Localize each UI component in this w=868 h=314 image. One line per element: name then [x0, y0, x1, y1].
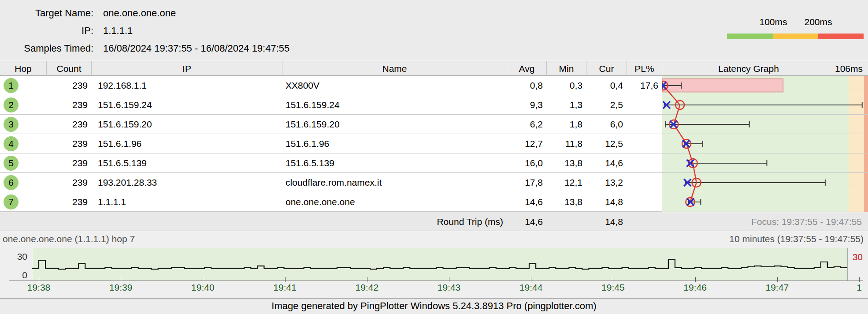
target-ip-row: IP: 1.1.1.1: [0, 22, 289, 40]
cur-cell: 12,5: [586, 134, 627, 153]
column-header-cur[interactable]: Cur: [586, 61, 627, 76]
legend-100ms-label: 100ms: [759, 17, 787, 27]
pl-cell: 17,6: [627, 76, 662, 95]
name-cell: one.one.one.one: [282, 192, 507, 211]
round-trip-row: Round Trip (ms) 14,6 14,8 Focus: 19:37:5…: [0, 212, 868, 231]
target-info: Target Name: one.one.one.one IP: 1.1.1.1…: [0, 4, 289, 57]
timeline-tick-mark: [39, 277, 39, 282]
trace-table: Hop Count IP Name Avg Min Cur PL% Latenc…: [0, 61, 868, 231]
timeline-tick-mark: [531, 277, 531, 282]
hop-cell: 2: [0, 95, 46, 114]
count-cell: 239: [46, 134, 91, 153]
target-name-row: Target Name: one.one.one.one: [0, 4, 289, 22]
name-cell: cloudflare.rom.namex.it: [282, 173, 507, 192]
timeline-y-axis-0: 0: [0, 270, 27, 280]
hop-badge: 1: [4, 78, 19, 93]
cur-cell: 2,5: [586, 95, 627, 114]
round-trip-cur: 14,8: [586, 212, 627, 231]
ip-cell: 193.201.28.33: [91, 173, 282, 192]
ip-value: 1.1.1.1: [93, 22, 133, 40]
column-header-latency-graph[interactable]: Latency Graph 106ms: [662, 61, 868, 76]
hop-badge: 5: [4, 156, 19, 171]
timeline-tick-mark: [203, 277, 203, 282]
timeline-tick-label: 19:39: [109, 282, 133, 293]
count-cell: 239: [46, 115, 91, 134]
samples-timed-row: Samples Timed: 16/08/2024 19:37:55 - 16/…: [0, 40, 289, 57]
latency-scale-max-label: 106ms: [835, 61, 868, 76]
hop-cell: 3: [0, 115, 46, 134]
ip-cell: 151.6.1.96: [91, 134, 282, 153]
count-cell: 239: [46, 173, 91, 192]
timeline-tick-mark: [449, 277, 449, 282]
hop-cell: 1: [0, 76, 46, 95]
focus-range-label: Focus: 19:37:55 - 19:47:55: [662, 212, 868, 231]
avg-cell: 17,8: [507, 173, 546, 192]
round-trip-min: [546, 212, 586, 231]
hop-cell: 4: [0, 134, 46, 153]
name-cell: 151.6.1.96: [282, 134, 507, 153]
column-header-pl[interactable]: PL%: [627, 61, 662, 76]
pl-cell: [627, 173, 662, 192]
count-cell: 239: [46, 153, 91, 172]
samples-timed-label: Samples Timed:: [0, 40, 93, 57]
timeline-tick-label: 19:41: [273, 282, 297, 293]
min-cell: 11,8: [546, 134, 586, 153]
column-header-name[interactable]: Name: [282, 61, 507, 76]
target-name-value: one.one.one.one: [93, 4, 176, 22]
round-trip-label: Round Trip (ms): [282, 212, 507, 231]
timeline-tick-mark: [285, 277, 286, 282]
timeline-range-label: 10 minutes (19:37:55 - 19:47:55): [729, 234, 864, 244]
timeline-tick-mark: [367, 277, 367, 282]
pl-cell: [627, 192, 662, 211]
avg-cell: 14,6: [507, 192, 546, 211]
avg-cell: 16,0: [507, 153, 546, 172]
timeline-tick-label: 19:44: [519, 282, 543, 293]
cur-cell: 13,2: [586, 173, 627, 192]
timeline-tick-mark: [859, 277, 860, 282]
avg-cell: 9,3: [507, 95, 546, 114]
ip-cell: 1.1.1.1: [91, 192, 282, 211]
ip-cell: 151.6.5.139: [91, 153, 282, 172]
pl-cell: [627, 115, 662, 134]
min-cell: 1,3: [546, 95, 586, 114]
generated-by-text: Image generated by PingPlotter Windows 5…: [271, 300, 596, 311]
hop-badge: 6: [4, 175, 19, 190]
timeline-y-axis-30: 30: [0, 251, 27, 262]
hop-badge: 4: [4, 136, 19, 151]
timeline-tick-mark: [121, 277, 121, 282]
pl-cell: [627, 95, 662, 114]
pingplotter-window: Target Name: one.one.one.one IP: 1.1.1.1…: [0, 0, 868, 314]
ip-cell: 151.6.159.20: [91, 115, 282, 134]
column-header-ip[interactable]: IP: [91, 61, 282, 76]
min-cell: 0,3: [546, 76, 586, 95]
count-cell: 239: [46, 192, 91, 211]
name-cell: XX800V: [282, 76, 507, 95]
timeline-tick-mark: [613, 277, 613, 282]
legend-red-segment: [818, 34, 864, 39]
column-header-avg[interactable]: Avg: [507, 61, 546, 76]
timeline-tick-label: 19:46: [683, 282, 707, 293]
column-header-hop[interactable]: Hop: [0, 61, 46, 76]
column-header-min[interactable]: Min: [546, 61, 586, 76]
timeline-x-axis-line: [9, 280, 863, 281]
footer-bar: Image generated by PingPlotter Windows 5…: [0, 298, 868, 314]
hop-badge: 2: [4, 97, 19, 112]
cur-cell: 0,4: [586, 76, 627, 95]
min-cell: 1,8: [546, 115, 586, 134]
timeline-tick-label: 19:43: [438, 282, 461, 293]
timeline-plot[interactable]: [32, 248, 848, 280]
timeline-tick-mark: [695, 277, 696, 282]
round-trip-avg: 14,6: [507, 212, 546, 231]
count-cell: 239: [46, 95, 91, 114]
hop-badge: 7: [4, 194, 19, 209]
cur-cell: 14,6: [586, 153, 627, 172]
latency-graph[interactable]: [662, 76, 868, 212]
latency-graph-label: Latency Graph: [662, 61, 835, 76]
hop-cell: 6: [0, 173, 46, 192]
timeline-section: one.one.one.one (1.1.1.1) hop 7 10 minut…: [0, 231, 868, 298]
trace-table-header: Hop Count IP Name Avg Min Cur PL% Latenc…: [0, 61, 868, 76]
column-header-count[interactable]: Count: [46, 61, 91, 76]
ip-label: IP:: [0, 22, 93, 40]
timeline-tick-label: 19:47: [766, 282, 789, 293]
count-cell: 239: [46, 76, 91, 95]
